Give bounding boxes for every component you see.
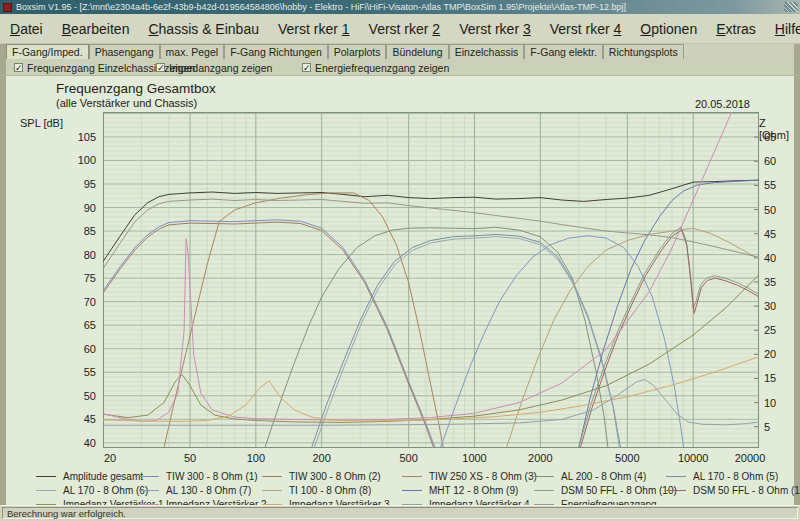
y-left-tick-label: 100 [62, 154, 96, 166]
y-left-tick-label: 45 [62, 413, 96, 425]
app-icon [3, 3, 12, 12]
y-right-tick-label: 45 [764, 228, 798, 240]
tab-richtungsplots[interactable]: Richtungsplots [603, 44, 684, 59]
menu-item-verstaerker-2[interactable]: Verst rker 2 [363, 19, 447, 39]
chart-panel: Frequenzgang Gesamtbox (alle Verstärker … [0, 76, 800, 505]
legend-label-tiw300-2: TIW 300 - 8 Ohm (2) [289, 471, 381, 482]
y-left-tick-label: 65 [62, 319, 96, 331]
chart-title: Frequenzgang Gesamtbox [56, 81, 216, 96]
tab-polarplots[interactable]: Polarplots [328, 44, 387, 59]
legend-item-dsm50-10: DSM 50 FFL - 8 Ohm (10) [534, 484, 677, 496]
window-titlebar[interactable]: Boxsim V1.95 - [Z:\mnt\e2304a4b-6e2f-43b… [0, 0, 800, 14]
titlebar-grip-icon[interactable] [784, 2, 798, 12]
legend-item-dsm50-11: DSM 50 FFL - 8 Ohm (11) [666, 484, 800, 496]
legend-item-tiw300-2: TIW 300 - 8 Ohm (2) [262, 470, 381, 482]
x-tick-label: 20000 [735, 452, 766, 464]
checkbox-label-energiefrequenzgang: Energiefrequenzgang zeigen [315, 62, 449, 74]
chart-subtitle: (alle Verstärker und Chassis) [56, 97, 197, 109]
checkbox-freq-einzelchassis[interactable]: ✓ [14, 63, 23, 72]
y-right-tick-label: 40 [764, 252, 798, 264]
y-left-tick-label: 60 [62, 343, 96, 355]
checkbox-label-impedanzgang: Impedanzgang zeigen [169, 62, 272, 74]
checkbox-item-impedanzgang: ✓Impedanzgang zeigen [156, 61, 272, 74]
menu-item-extras[interactable]: Extras [710, 19, 762, 39]
y-right-tick-label: 10 [764, 397, 798, 409]
y-right-tick-label: 55 [764, 179, 798, 191]
y-right-tick-label: 30 [764, 300, 798, 312]
legend-item-ti100-8: TI 100 - 8 Ohm (8) [262, 484, 371, 496]
legend-label-dsm50-11: DSM 50 FFL - 8 Ohm (11) [693, 485, 800, 496]
tab-fgang-richtungen[interactable]: F-Gang Richtungen [224, 44, 328, 59]
series-impedanz-verstaerker-2 [103, 112, 732, 421]
menu-item-verstaerker-1[interactable]: Verst rker 1 [272, 19, 356, 39]
x-tick-label: 100 [247, 452, 265, 464]
legend-swatch-al130-7 [139, 490, 159, 491]
series-tiw300-1 [103, 220, 435, 448]
menu-item-bearbeiten[interactable]: Bearbeiten [56, 19, 136, 39]
y-left-tick-label: 95 [62, 178, 96, 190]
menu-item-verstaerker-3[interactable]: Verst rker 3 [453, 19, 537, 39]
legend-swatch-dsm50-11 [666, 490, 686, 491]
y-left-axis-label: SPL [dB] [20, 117, 63, 129]
tab-max-pegel[interactable]: max. Pegel [160, 44, 225, 59]
menu-item-optionen[interactable]: Optionen [634, 19, 703, 39]
tab-phasengang[interactable]: Phasengang [89, 44, 160, 59]
window-title: Boxsim V1.95 - [Z:\mnt\e2304a4b-6e2f-43b… [16, 2, 626, 12]
legend-item-tiw250xs-3: TIW 250 XS - 8 Ohm (3) [402, 470, 537, 482]
menu-item-chassis-einbau[interactable]: Chassis & Einbau [142, 19, 265, 39]
y-left-tick-label: 85 [62, 225, 96, 237]
checkbox-item-energiefrequenzgang: ✓Energiefrequenzgang zeigen [302, 61, 449, 74]
status-text: Berechnung war erfolgreich. [2, 507, 798, 519]
app-window: Boxsim V1.95 - [Z:\mnt\e2304a4b-6e2f-43b… [0, 0, 800, 521]
legend-swatch-al170-6 [36, 490, 56, 491]
y-left-tick-label: 70 [62, 296, 96, 308]
y-right-tick-label: 35 [764, 276, 798, 288]
y-left-tick-label: 55 [62, 366, 96, 378]
y-left-tick-label: 105 [62, 131, 96, 143]
legend-item-al170-6: AL 170 - 8 Ohm (6) [36, 484, 148, 496]
x-tick-label: 2000 [528, 452, 552, 464]
legend-item-mht12-9: MHT 12 - 8 Ohm (9) [402, 484, 518, 496]
y-right-tick-label: 65 [764, 131, 798, 143]
legend-label-al130-7: AL 130 - 8 Ohm (7) [166, 485, 251, 496]
legend-swatch-ti100-8 [262, 490, 282, 491]
y-right-tick-label: 15 [764, 372, 798, 384]
legend-label-mht12-9: MHT 12 - 8 Ohm (9) [429, 485, 518, 496]
checkbox-row: ✓Frequenzgang Einzelchassis zeigen✓Imped… [0, 59, 800, 76]
y-left-tick-label: 90 [62, 202, 96, 214]
y-right-tick-label: 5 [764, 421, 798, 433]
tab-einzelchassis[interactable]: Einzelchassis [449, 44, 525, 59]
legend-swatch-dsm50-10 [534, 490, 554, 491]
x-tick-label: 20 [104, 452, 116, 464]
y-right-tick-label: 25 [764, 324, 798, 336]
y-right-tick-label: 60 [764, 155, 798, 167]
tab-buendelung[interactable]: Bündelung [386, 44, 448, 59]
y-left-tick-label: 75 [62, 272, 96, 284]
legend-swatch-al200-4 [534, 476, 554, 477]
legend-label-ti100-8: TI 100 - 8 Ohm (8) [289, 485, 371, 496]
legend-item-amplitude-gesamt: Amplitude gesamt [36, 470, 143, 482]
legend-swatch-tiw300-2 [262, 476, 282, 477]
tab-fgang-elektr[interactable]: F-Gang elektr. [524, 44, 603, 59]
legend-label-al170-6: AL 170 - 8 Ohm (6) [63, 485, 148, 496]
plot-frame [104, 113, 759, 448]
legend-item-al130-7: AL 130 - 8 Ohm (7) [139, 484, 251, 496]
tab-fgang-imped[interactable]: F-Gang/Imped. [6, 44, 89, 59]
legend-label-tiw250xs-3: TIW 250 XS - 8 Ohm (3) [429, 471, 537, 482]
menu-item-datei[interactable]: Datei [4, 19, 49, 39]
menu-item-hilfe[interactable]: Hilfe [769, 19, 800, 39]
checkbox-energiefrequenzgang[interactable]: ✓ [302, 63, 311, 72]
x-tick-label: 500 [399, 452, 417, 464]
plot-canvas [103, 112, 759, 448]
x-tick-label: 1000 [462, 452, 486, 464]
y-left-tick-label: 80 [62, 249, 96, 261]
legend-item-tiw300-1: TIW 300 - 8 Ohm (1) [139, 470, 258, 482]
legend-label-al200-4: AL 200 - 8 Ohm (4) [561, 471, 646, 482]
legend-swatch-mht12-9 [402, 490, 422, 491]
y-left-tick-label: 50 [62, 390, 96, 402]
chart-date: 20.05.2018 [695, 98, 750, 110]
checkbox-impedanzgang[interactable]: ✓ [156, 63, 165, 72]
x-tick-label: 50 [184, 452, 196, 464]
menu-item-verstaerker-4[interactable]: Verst rker 4 [544, 19, 628, 39]
legend-swatch-al170-5 [666, 476, 686, 477]
